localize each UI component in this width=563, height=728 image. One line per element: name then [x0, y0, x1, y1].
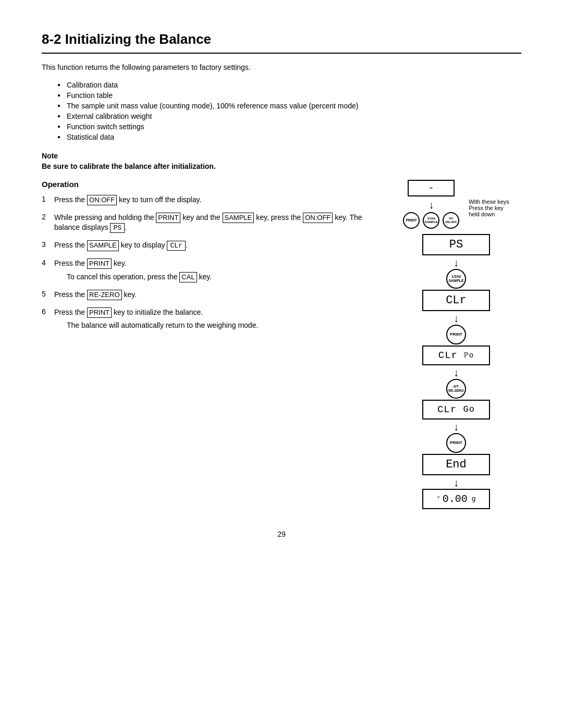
onoff-circle-label: I/O ON:OFF: [445, 217, 457, 224]
clr-display: CLr: [167, 241, 185, 251]
rezero-key: RE-ZERO: [87, 290, 122, 300]
cal-key: CAL: [179, 272, 197, 282]
onoff-key-2: ON:OFF: [303, 213, 333, 223]
held-down-label: held down: [469, 211, 495, 217]
step-6: 6 Press the PRINT key to initialize the …: [42, 307, 375, 329]
operation-right: - ↓ PRINT: [391, 180, 521, 509]
deg-symbol: °: [436, 496, 440, 503]
clr-go-display-box: CLr Go: [422, 400, 490, 419]
list-item: Calibration data: [57, 81, 521, 89]
operation-heading: Operation: [42, 180, 375, 189]
keys-top-row: PRINT 1/10d SAMPLE: [403, 212, 459, 229]
print-circle-label: PRINT: [406, 218, 417, 223]
step-1-text: Press the ON:OFF key to turn off the dis…: [54, 195, 375, 205]
clr-no-display-box: CLr ℙo: [422, 346, 490, 365]
step-1: 1 Press the ON:OFF key to turn off the d…: [42, 195, 375, 205]
step-3: 3 Press the SAMPLE key to display CLr.: [42, 240, 375, 251]
step-2-text: While pressing and holding the PRINT key…: [54, 213, 375, 233]
page-number: 29: [42, 530, 521, 538]
step-1-num: 1: [42, 195, 50, 205]
diagram: - ↓ PRINT: [403, 180, 509, 509]
unit-g: g: [472, 495, 476, 503]
sample-key-circle-top: 1/10d SAMPLE: [423, 212, 439, 229]
end-display-box: End: [422, 454, 490, 475]
top-display: -: [408, 180, 455, 196]
step-2: 2 While pressing and holding the PRINT k…: [42, 213, 375, 233]
print-key-circle-top: PRINT: [403, 212, 420, 229]
arrow-1: ↓: [429, 200, 434, 210]
diagram-top-section: - ↓ PRINT: [403, 180, 509, 230]
note-label: Note: [42, 152, 521, 160]
onoff-circle: I/O ON:OFF: [443, 212, 459, 229]
step-6-text: Press the PRINT key to initialize the ba…: [54, 307, 375, 329]
sample-key-circle-2: 1/10d SAMPLE: [446, 269, 466, 289]
step-5: 5 Press the RE-ZERO key.: [42, 290, 375, 300]
sample-key-3: SAMPLE: [87, 240, 119, 251]
print-key-circle-2: PRINT: [446, 325, 466, 344]
print-key-label-3: PRINT: [450, 440, 462, 446]
step-3-num: 3: [42, 240, 50, 251]
arrow-4: ↓: [454, 367, 459, 378]
print-key-label-2: PRINT: [450, 332, 462, 337]
step-5-num: 5: [42, 290, 50, 300]
sample-key-2: SAMPLE: [223, 213, 254, 223]
operation-section: Operation 1 Press the ON:OFF key to turn…: [42, 180, 521, 509]
step-4-sub: To cancel this operation, press the CAL …: [67, 272, 375, 282]
print-key-4: PRINT: [87, 258, 112, 269]
print-key-circle-3: PRINT: [446, 433, 466, 453]
onoff-key-circle-top: I/O ON:OFF: [443, 212, 459, 229]
rezero-key-circle: →0/T← RE-ZERO: [446, 379, 466, 399]
arrow-2: ↓: [454, 257, 459, 268]
step-4-text: Press the PRINT key. To cancel this oper…: [54, 258, 375, 282]
step-2-num: 2: [42, 213, 50, 233]
list-item: External calibration weight: [57, 112, 521, 120]
final-reading: 0.00: [443, 493, 468, 505]
step-6-num: 6: [42, 307, 50, 329]
rezero-key-label: →0/T← RE-ZERO: [448, 385, 463, 393]
bullet-list: Calibration data Function table The samp…: [57, 81, 521, 141]
sample-circle: 1/10d SAMPLE: [423, 212, 439, 229]
arrow-6: ↓: [454, 477, 459, 488]
onoff-key-1: ON:OFF: [87, 195, 117, 205]
list-item: Statistical data: [57, 133, 521, 141]
step-4-num: 4: [42, 258, 50, 282]
list-item: Function switch settings: [57, 122, 521, 131]
list-item: Function table: [57, 91, 521, 100]
note-section: Note Be sure to calibrate the balance af…: [42, 152, 521, 170]
step-5-text: Press the RE-ZERO key.: [54, 290, 375, 300]
arrow-5: ↓: [454, 422, 459, 432]
step-3-text: Press the SAMPLE key to display CLr.: [54, 240, 375, 251]
with-these-keys-label: With these keys: [469, 199, 509, 205]
print-key-2: PRINT: [156, 213, 180, 223]
operation-left: Operation 1 Press the ON:OFF key to turn…: [42, 180, 375, 509]
list-item: The sample unit mass value (counting mod…: [57, 102, 521, 110]
clr-display-box: CLr: [422, 290, 490, 311]
sample-key-label-2: 1/10d SAMPLE: [448, 275, 463, 283]
step-6-sub: The balance will automatically return to…: [67, 321, 375, 329]
intro-text: This function returns the following para…: [42, 63, 521, 71]
print-circle: PRINT: [403, 212, 420, 229]
diagram-top-left: - ↓ PRINT: [403, 180, 459, 230]
sample-circle-label: 1/10d SAMPLE: [425, 217, 438, 224]
print-key-6: PRINT: [87, 307, 112, 318]
ps-display: PS: [110, 223, 125, 233]
step-list: 1 Press the ON:OFF key to turn off the d…: [42, 195, 375, 329]
diagram-top-right: With these keys Press the key held down: [469, 180, 509, 217]
page-title: 8-2 Initializing the Balance: [42, 31, 521, 47]
ps-display-box: PS: [422, 234, 490, 255]
arrow-3: ↓: [454, 313, 459, 324]
title-rule: [42, 53, 521, 54]
note-bold-text: Be sure to calibrate the balance after i…: [42, 162, 521, 170]
press-the-key-label: Press the key: [469, 205, 504, 211]
final-display-box: ° 0.00 g: [422, 489, 490, 509]
step-4: 4 Press the PRINT key. To cancel this op…: [42, 258, 375, 282]
